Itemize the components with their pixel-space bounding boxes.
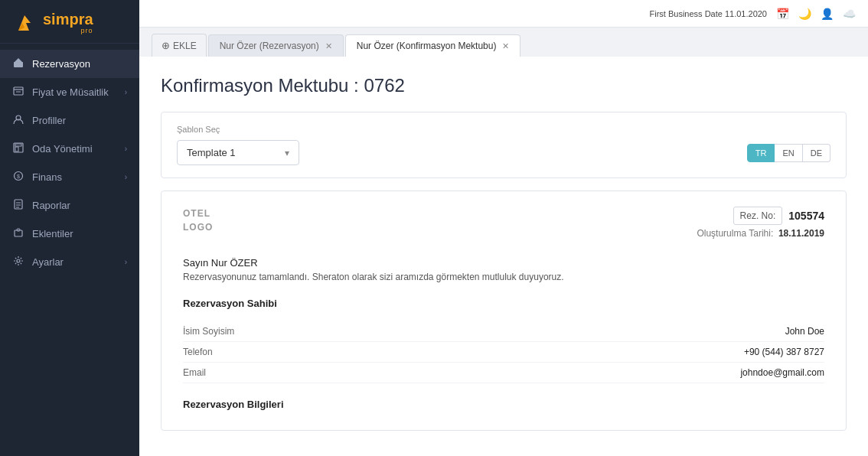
info-val: John Doe bbox=[785, 326, 824, 337]
letter-intro: Rezervasyonunuz tamamlandı. Sheraton ola… bbox=[183, 272, 824, 282]
pricing-icon bbox=[12, 86, 24, 99]
sidebar-item-ayarlar[interactable]: Ayarlar › bbox=[0, 248, 139, 276]
home-icon bbox=[12, 57, 24, 70]
dropdown-arrow-icon: ▾ bbox=[285, 148, 289, 158]
svg-point-19 bbox=[17, 259, 20, 262]
sidebar-item-eklentiler[interactable]: Eklentiler bbox=[0, 220, 139, 248]
olusturma-label: Oluşturulma Tarihi: bbox=[697, 228, 773, 239]
svg-text:$: $ bbox=[17, 174, 20, 179]
lang-btn-en[interactable]: EN bbox=[775, 144, 802, 162]
rez-no-value: 105574 bbox=[788, 210, 824, 222]
info-row-email: Email johndoe@gmail.com bbox=[183, 363, 824, 383]
language-buttons: TR EN DE bbox=[747, 144, 830, 162]
sidebar-item-label: Eklentiler bbox=[32, 228, 73, 239]
rez-info: Rez. No: 105574 Oluşturulma Tarihi: 18.1… bbox=[697, 207, 824, 239]
info-val: johndoe@gmail.com bbox=[740, 367, 824, 378]
chevron-right-icon: › bbox=[125, 173, 127, 181]
sidebar-item-label: Rezervasyon bbox=[32, 58, 90, 70]
olusturma-date: 18.11.2019 bbox=[778, 228, 824, 239]
user-icon[interactable]: 👤 bbox=[821, 8, 834, 20]
lang-btn-tr[interactable]: TR bbox=[747, 144, 775, 162]
letter-greeting: Sayın Nur ÖZER bbox=[183, 257, 824, 269]
tab-konfirmasyon-label: Nur Özer (Konfirmasyon Mektubu) bbox=[357, 41, 497, 51]
sidebar-item-label: Finans bbox=[32, 171, 62, 183]
plus-icon: ⊕ bbox=[162, 40, 170, 51]
finance-icon: $ bbox=[12, 171, 24, 184]
sidebar-item-fiyat[interactable]: Fiyat ve Müsaitlik › bbox=[0, 78, 139, 106]
rezervasyon-sahibi-title: Rezervasyon Sahibi bbox=[183, 298, 824, 312]
topbar: First Business Date 11.01.2020 📅 🌙 👤 ☁️ bbox=[139, 0, 868, 28]
svg-rect-2 bbox=[14, 62, 23, 67]
tab-close-icon[interactable]: ✕ bbox=[325, 41, 332, 51]
otel-logo-line1: OTEL bbox=[183, 208, 210, 219]
sidebar-item-profiller[interactable]: Profiller bbox=[0, 106, 139, 135]
info-row-isim: İsim Soyisim John Doe bbox=[183, 321, 824, 342]
tab-bar: ⊕ EKLE Nur Özer (Rezervasyon) ✕ Nur Özer… bbox=[139, 28, 868, 57]
sidebar-item-rezervasyon[interactable]: Rezervasyon bbox=[0, 50, 139, 78]
template-selector-row: Template 1 ▾ TR EN DE bbox=[177, 140, 830, 165]
calendar-icon[interactable]: 📅 bbox=[776, 8, 789, 20]
chevron-right-icon: › bbox=[125, 258, 127, 266]
sidebar-item-label: Oda Yönetimi bbox=[32, 143, 93, 155]
info-row-telefon: Telefon +90 (544) 387 8727 bbox=[183, 342, 824, 363]
plugin-icon bbox=[12, 227, 24, 240]
page-content: Konfirmasyon Mektubu : 0762 Şablon Seç T… bbox=[139, 57, 868, 456]
sidebar-item-finans[interactable]: $ Finans › bbox=[0, 163, 139, 191]
sidebar-item-raporlar[interactable]: Raporlar bbox=[0, 191, 139, 220]
letter-header: OTEL LOGO Rez. No: 105574 Oluşturulma Ta… bbox=[183, 207, 824, 239]
reports-icon bbox=[12, 199, 24, 212]
topbar-right: First Business Date 11.01.2020 📅 🌙 👤 ☁️ bbox=[650, 8, 856, 20]
moon-icon[interactable]: 🌙 bbox=[798, 8, 811, 20]
info-key: Email bbox=[183, 367, 206, 378]
cloud-icon[interactable]: ☁️ bbox=[843, 8, 856, 20]
letter-preview-card: OTEL LOGO Rez. No: 105574 Oluşturulma Ta… bbox=[161, 191, 847, 431]
sidebar-item-label: Profiller bbox=[32, 115, 66, 126]
sidebar-nav: Rezervasyon Fiyat ve Müsaitlik › Profill… bbox=[0, 44, 139, 456]
tab-rezervasyon-label: Nur Özer (Rezervasyon) bbox=[220, 41, 319, 51]
svg-rect-4 bbox=[14, 87, 23, 95]
template-label: Şablon Seç bbox=[177, 125, 830, 134]
logo: simpra pro bbox=[0, 0, 139, 44]
page-title: Konfirmasyon Mektubu : 0762 bbox=[161, 75, 847, 96]
sidebar-item-label: Raporlar bbox=[32, 200, 70, 211]
template-dropdown[interactable]: Template 1 ▾ bbox=[177, 140, 299, 165]
otel-logo-line2: LOGO bbox=[183, 222, 213, 233]
olusturma-row: Oluşturulma Tarihi: 18.11.2019 bbox=[697, 228, 824, 239]
svg-rect-9 bbox=[15, 147, 18, 151]
tab-close-icon[interactable]: ✕ bbox=[502, 41, 509, 51]
profile-icon bbox=[12, 114, 24, 127]
logo-sub: pro bbox=[43, 27, 93, 34]
sidebar: simpra pro Rezervasyon Fiyat ve Müsaitli… bbox=[0, 0, 139, 456]
lang-btn-de[interactable]: DE bbox=[803, 144, 830, 162]
topbar-date: First Business Date 11.01.2020 bbox=[650, 9, 767, 18]
logo-text: simpra pro bbox=[43, 11, 93, 34]
tab-rezervasyon[interactable]: Nur Özer (Rezervasyon) ✕ bbox=[208, 34, 344, 57]
sidebar-item-label: Ayarlar bbox=[32, 256, 64, 268]
rez-no-row: Rez. No: 105574 bbox=[697, 207, 824, 225]
rez-no-label: Rez. No: bbox=[733, 207, 783, 225]
chevron-right-icon: › bbox=[125, 88, 127, 96]
chevron-right-icon: › bbox=[125, 145, 127, 153]
settings-icon bbox=[12, 256, 24, 269]
tab-konfirmasyon[interactable]: Nur Özer (Konfirmasyon Mektubu) ✕ bbox=[345, 34, 521, 57]
rezervasyon-bilgileri-title: Rezervasyon Bilgileri bbox=[183, 399, 824, 410]
info-key: Telefon bbox=[183, 347, 213, 357]
info-val: +90 (544) 387 8727 bbox=[744, 347, 824, 357]
main-content: First Business Date 11.01.2020 📅 🌙 👤 ☁️ … bbox=[139, 0, 868, 456]
tab-add-label: EKLE bbox=[173, 41, 197, 51]
logo-brand: simpra bbox=[43, 11, 93, 27]
otel-logo-placeholder: OTEL LOGO bbox=[183, 207, 213, 234]
logo-icon bbox=[12, 11, 37, 35]
template-selected-value: Template 1 bbox=[187, 147, 236, 158]
sidebar-item-oda[interactable]: Oda Yönetimi › bbox=[0, 135, 139, 163]
info-key: İsim Soyisim bbox=[183, 326, 234, 337]
svg-rect-10 bbox=[15, 144, 21, 146]
tab-add[interactable]: ⊕ EKLE bbox=[152, 34, 207, 57]
room-icon bbox=[12, 142, 24, 155]
svg-marker-3 bbox=[14, 58, 23, 63]
sidebar-item-label: Fiyat ve Müsaitlik bbox=[32, 86, 109, 98]
template-selector-card: Şablon Seç Template 1 ▾ TR EN DE bbox=[161, 112, 847, 178]
